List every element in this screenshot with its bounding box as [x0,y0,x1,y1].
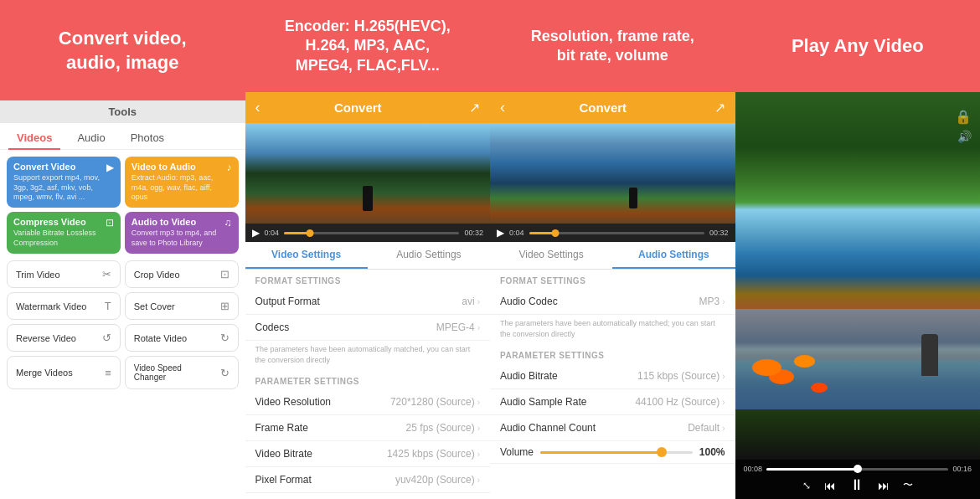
list-row-watermark-cover: Watermark Video T Set Cover ⊞ [0,292,245,320]
chevron-right-p3-2: › [722,372,725,381]
top-cards-row: Convert Video Support export mp4, mov, 3… [7,157,239,208]
player-progress-dot [854,465,862,473]
format-section-p2: FORMAT SETTINGS [245,270,491,289]
tab-audio[interactable]: Audio [69,128,113,149]
chevron-right-icon-3: › [477,398,480,407]
settings-tabs-p3: Video Settings Audio Settings [490,242,735,270]
panel-2-title: Encoder: H.265(HEVC), H.264, MP3, AAC, M… [285,17,451,75]
chevron-right-icon-6: › [477,476,480,485]
volume-thumb[interactable] [657,447,667,457]
video-settings-tab-p3[interactable]: Video Settings [490,242,612,269]
nature-video: 🔒 🔊 [735,92,981,460]
rewind-button[interactable]: ⏮ [824,479,836,492]
fast-forward-button[interactable]: ⏭ [878,479,890,492]
audio-channel-row[interactable]: Audio Channel Count Default › [490,415,735,441]
panel-2: Encoder: H.265(HEVC), H.264, MP3, AAC, M… [245,0,491,499]
speed-icon: ↻ [220,367,230,379]
fullscreen-icon[interactable]: ⤡ [802,480,811,491]
watermark-video-item[interactable]: Watermark Video T [7,292,121,320]
video-settings-tab-p2[interactable]: Video Settings [245,242,368,269]
panel-3-header: Resolution, frame rate, bit rate, volume [490,0,735,92]
format-note-p2: The parameters have been automatically m… [245,341,491,370]
chevron-right-p3-4: › [722,424,725,433]
share-icon-p2[interactable]: ↗ [469,100,480,116]
resolution-row[interactable]: Video Resolution 720*1280 (Source) › [245,389,491,415]
format-section-p3: FORMAT SETTINGS [490,270,735,289]
audio-sample-rate-row[interactable]: Audio Sample Rate 44100 Hz (Source) › [490,389,735,415]
panel-1-body: Tools Videos Audio Photos Convert Video … [0,100,245,499]
frame-rate-row[interactable]: Frame Rate 25 fps (Source) › [245,415,491,441]
player-buttons: ⤡ ⏮ ⏸ ⏭ 〜 [744,476,972,494]
list-row-merge-speed: Merge Videos ≡ Video Speed Changer ↻ [0,356,245,389]
fish-4 [752,359,781,376]
volume-value: 100% [699,446,725,458]
chevron-right-p3-1: › [722,297,725,306]
rotate-icon: ↻ [220,332,230,344]
panel-2-header: Encoder: H.265(HEVC), H.264, MP3, AAC, M… [245,0,491,92]
volume-label: Volume [500,446,534,458]
video-to-audio-card[interactable]: Video to Audio Extract Audio: mp3, aac, … [125,157,239,208]
progress-dot-p3 [551,229,559,237]
compress-video-icon: ⊡ [106,217,114,229]
chevron-right-icon-4: › [477,424,480,433]
lock-icon[interactable]: 🔒 [955,109,972,125]
reverse-icon: ↺ [102,332,111,344]
pause-button[interactable]: ⏸ [849,476,864,494]
audio-to-video-card[interactable]: Audio to Video Convert mp3 to mp4, and s… [125,212,239,254]
panel-3-screen: ‹ Convert ↗ ▶ 0:04 00:32 Video Settings … [490,92,735,499]
merge-videos-item[interactable]: Merge Videos ≡ [7,356,121,389]
pixel-format-row[interactable]: Pixel Format yuv420p (Source) › [245,467,491,493]
player-controls: 00:08 00:16 ⤡ ⏮ ⏸ ⏭ 〜 [735,460,981,499]
player-time-start: 00:08 [744,465,763,473]
audio-settings-tab-p2[interactable]: Audio Settings [368,242,490,269]
video-preview-p3 [490,123,735,224]
output-format-row[interactable]: Output Format avi › [245,289,491,315]
progress-bar-p3[interactable] [529,232,704,234]
rotate-video-item[interactable]: Rotate Video ↻ [125,324,239,352]
audio-settings-tab-p3[interactable]: Audio Settings [612,242,735,269]
tab-videos[interactable]: Videos [8,128,60,149]
trim-video-item[interactable]: Trim Video ✂ [7,260,121,288]
format-note-p3: The parameters have been automatically m… [490,315,735,344]
chevron-right-p3-3: › [722,398,725,407]
list-row-reverse-rotate: Reverse Video ↺ Rotate Video ↻ [0,324,245,352]
volume-fill [540,451,662,454]
audio-bitrate-row[interactable]: Audio Bitrate 115 kbps (Source) › [490,363,735,389]
panel-4-title: Play Any Video [792,34,924,59]
panel-1-header: Convert video, audio, image [0,0,245,100]
tab-photos[interactable]: Photos [122,128,173,149]
crop-video-item[interactable]: Crop Video ⊡ [125,260,239,288]
play-button-p3[interactable]: ▶ [497,227,504,239]
codecs-row[interactable]: Codecs MPEG-4 › [245,315,491,341]
progress-bar-p2[interactable] [284,232,459,234]
audio-to-video-icon: ♫ [224,217,232,229]
volume-icon[interactable]: 🔊 [957,130,972,143]
panel-1-title: Convert video, audio, image [59,27,187,75]
parameter-section-p3: PARAMETER SETTINGS [490,344,735,363]
player-progress-track[interactable] [766,468,948,471]
panel-4-header: Play Any Video [735,0,981,92]
convert-video-icon: ▶ [106,162,114,173]
back-button-p2[interactable]: ‹ [255,99,260,116]
reverse-video-item[interactable]: Reverse Video ↺ [7,324,121,352]
progress-dot-p2 [307,229,314,237]
person-figure [921,334,938,376]
play-button-p2[interactable]: ▶ [252,227,260,239]
audio-codec-row[interactable]: Audio Codec MP3 › [490,289,735,315]
video-speed-changer-item[interactable]: Video Speed Changer ↻ [125,356,239,389]
time-end-p3: 00:32 [709,229,729,237]
compress-video-card[interactable]: Compress Video Variable Bitrate Lossless… [7,212,121,254]
chevron-right-icon-2: › [477,323,480,332]
panel-3-topbar: ‹ Convert ↗ [490,92,735,123]
set-cover-item[interactable]: Set Cover ⊞ [125,292,239,320]
video-player-area: 🔒 🔊 00:08 00:16 ⤡ ⏮ ⏸ ⏭ 〜 [735,92,981,499]
player-progress-fill [766,468,858,471]
convert-video-card[interactable]: Convert Video Support export mp4, mov, 3… [7,157,121,208]
share-icon-p3[interactable]: ↗ [714,100,725,116]
volume-slider[interactable] [540,451,693,454]
panel-1: Convert video, audio, image Tools Videos… [0,0,245,499]
video-bitrate-row[interactable]: Video Bitrate 1425 kbps (Source) › [245,441,491,467]
player-time-end: 00:16 [952,465,972,473]
back-button-p3[interactable]: ‹ [500,99,505,116]
waveform-icon[interactable]: 〜 [903,478,913,492]
